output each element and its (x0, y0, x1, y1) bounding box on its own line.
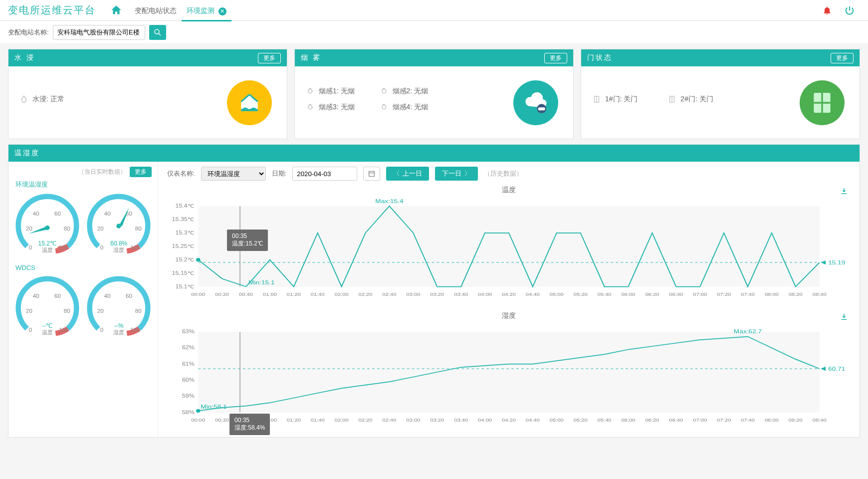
door-big-icon (800, 80, 845, 125)
door1-label: 1#门: (605, 95, 622, 104)
svg-text:07:00: 07:00 (693, 418, 707, 423)
water-value: 正常 (50, 95, 64, 104)
svg-text:60: 60 (54, 210, 61, 217)
svg-text:08:40: 08:40 (813, 418, 827, 423)
gauge-env-hum: 20 40 60 80 0 100 60.8% 湿度 (84, 191, 154, 261)
app-logo-text: 变电所运维云平台 (8, 3, 96, 17)
card-door-more-button[interactable]: 更多 (831, 53, 854, 63)
tab-env-monitor[interactable]: 环境监测 ✕ (182, 0, 231, 21)
svg-point-18 (45, 226, 49, 230)
svg-text:03:20: 03:20 (430, 418, 444, 423)
svg-text:04:40: 04:40 (526, 418, 540, 423)
svg-text:02:20: 02:20 (359, 292, 373, 297)
card-smoke-header: 烟 雾 更多 (295, 49, 573, 66)
svg-text:61%: 61% (182, 361, 195, 367)
close-icon[interactable]: ✕ (218, 7, 226, 15)
card-water-more-button[interactable]: 更多 (258, 53, 281, 63)
svg-text:06:00: 06:00 (621, 418, 635, 423)
svg-text:58%: 58% (182, 410, 195, 415)
power-icon[interactable] (844, 5, 855, 16)
chart-temperature: 15.1℃15.15℃15.2℃15.25℃15.3℃15.35℃15.4℃00… (167, 197, 851, 301)
gauge-wdcs-hum-reading: --% (84, 322, 154, 329)
svg-text:03:00: 03:00 (406, 418, 420, 423)
smoke2-label: 烟感2: (393, 87, 413, 96)
gauge-wdcs-hum: 20 40 60 80 0 100 --% 湿度 (84, 273, 154, 343)
search-bar: 变配电站名称: (0, 21, 868, 44)
svg-text:59%: 59% (182, 393, 195, 399)
svg-text:80: 80 (63, 307, 70, 314)
date-input[interactable] (292, 167, 357, 181)
svg-text:Min:58.1: Min:58.1 (201, 404, 226, 410)
gauges-more-button[interactable]: 更多 (130, 167, 152, 177)
svg-text:20: 20 (97, 225, 104, 232)
tab-env-label: 环境监测 (187, 6, 215, 14)
svg-rect-3 (538, 107, 545, 110)
meter-name-label: 仪表名称: (167, 169, 195, 178)
section-temp-humidity: 温湿度 （当日实时数据） 更多 环境温湿度 20 40 60 80 (8, 144, 860, 438)
download-icon[interactable] (840, 312, 849, 321)
history-label: （历史数据） (484, 169, 523, 178)
search-button[interactable] (149, 25, 166, 40)
svg-point-80 (196, 258, 201, 261)
prev-day-button[interactable]: 〈上一日 (386, 167, 429, 181)
svg-text:08:40: 08:40 (813, 292, 827, 297)
svg-text:15.15℃: 15.15℃ (172, 270, 195, 276)
gauge-wdcs-temp: 20 40 60 80 0 100 --℃ 温度 (12, 273, 82, 343)
svg-text:Min:15.1: Min:15.1 (248, 279, 274, 286)
smoke4-label: 烟感4: (393, 103, 413, 112)
svg-text:20: 20 (26, 225, 32, 232)
section-th-title: 温湿度 (14, 149, 40, 158)
svg-text:15.19: 15.19 (828, 259, 845, 266)
section-th-header: 温湿度 (8, 145, 860, 162)
home-icon[interactable] (110, 4, 123, 17)
tab-station-status[interactable]: 变配电站状态 (130, 0, 182, 21)
smoke1-value: 无烟 (341, 87, 355, 96)
svg-text:03:00: 03:00 (406, 292, 420, 297)
svg-line-1 (159, 33, 161, 35)
hum-tooltip: 00:35湿度:58.4% (229, 414, 270, 435)
card-smoke-more-button[interactable]: 更多 (544, 53, 567, 63)
station-name-input[interactable] (53, 25, 145, 40)
svg-text:00:00: 00:00 (191, 292, 205, 297)
gauge-wdcs-hum-label: 湿度 (84, 329, 154, 336)
svg-marker-25 (119, 208, 129, 226)
svg-text:15.35℃: 15.35℃ (172, 217, 195, 222)
svg-text:03:20: 03:20 (430, 292, 444, 297)
chevron-left-icon: 〈 (393, 169, 400, 178)
chart-temp-title: 温度 (167, 186, 851, 195)
smoke1-label: 烟感1: (319, 87, 339, 96)
svg-text:01:20: 01:20 (287, 418, 301, 423)
svg-marker-118 (821, 367, 826, 371)
next-day-button[interactable]: 下一日〉 (435, 167, 478, 181)
svg-text:00:40: 00:40 (239, 292, 253, 297)
door2-value: 关门 (699, 95, 713, 104)
card-smoke: 烟 雾 更多 烟感1: 无烟 烟感3: 无烟 烟感2: 无烟 烟感4: 无烟 (294, 49, 574, 139)
svg-text:80: 80 (63, 225, 70, 232)
svg-text:05:40: 05:40 (598, 292, 612, 297)
card-door-title: 门状态 (587, 53, 613, 62)
svg-text:40: 40 (33, 210, 39, 217)
svg-text:02:20: 02:20 (359, 418, 373, 423)
svg-text:00:20: 00:20 (215, 418, 229, 423)
gauge-env-hum-reading: 60.8% (84, 240, 154, 247)
search-icon (153, 28, 162, 37)
bell-icon[interactable] (822, 5, 832, 15)
download-icon[interactable] (840, 187, 849, 196)
flame-icon (380, 87, 389, 96)
chart-controls: 仪表名称: 环境温湿度 日期: 〈上一日 下一日〉 （历史数据） (167, 167, 851, 181)
svg-text:04:40: 04:40 (526, 292, 540, 297)
svg-point-121 (196, 409, 201, 413)
smoke3-label: 烟感3: (319, 103, 339, 112)
smoke2-value: 无烟 (414, 87, 428, 96)
svg-text:01:40: 01:40 (311, 418, 325, 423)
meter-select[interactable]: 环境温湿度 (201, 167, 266, 181)
door1-value: 关门 (624, 95, 638, 104)
svg-text:63%: 63% (182, 329, 195, 334)
svg-text:04:00: 04:00 (478, 418, 492, 423)
svg-text:05:00: 05:00 (550, 292, 564, 297)
app-header: 变电所运维云平台 变配电站状态 环境监测 ✕ (0, 0, 868, 21)
status-cards-row: 水 浸 更多 水浸: 正常 烟 雾 更多 烟感1: 无烟 (0, 44, 868, 144)
svg-text:80: 80 (135, 307, 142, 314)
chart-hum-title: 湿度 (167, 311, 851, 320)
calendar-button[interactable] (363, 167, 380, 181)
